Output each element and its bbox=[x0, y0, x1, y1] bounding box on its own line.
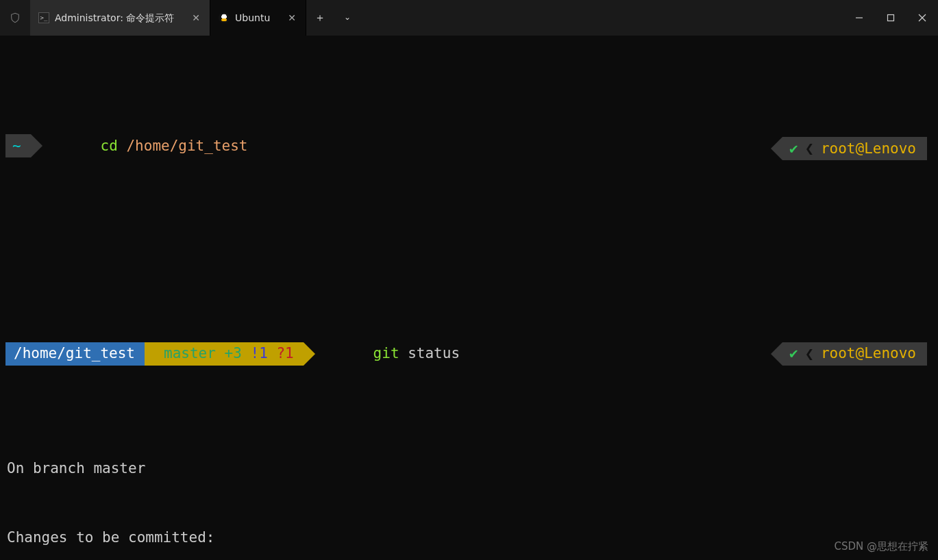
tab-ubuntu[interactable]: Ubuntu ✕ bbox=[210, 0, 306, 36]
svg-rect-1 bbox=[888, 15, 894, 21]
user-host: root@Lenovo bbox=[821, 342, 916, 366]
close-icon[interactable]: ✕ bbox=[192, 10, 200, 25]
cmd-cd-arg: /home/git_test bbox=[126, 138, 247, 154]
rhs-user-badge: ✔ ❮ root@Lenovo bbox=[771, 342, 927, 366]
tab-cmd[interactable]: >_ Administrator: 命令提示符 ✕ bbox=[30, 0, 210, 36]
cmd-git: git bbox=[373, 345, 399, 361]
prompt-path-seg: /home/git_test bbox=[5, 342, 145, 366]
titlebar: >_ Administrator: 命令提示符 ✕ Ubuntu ✕ ＋ ⌄ bbox=[0, 0, 938, 36]
git-stat-add: +3 bbox=[225, 342, 242, 366]
cmd-cd: cd bbox=[101, 138, 118, 154]
status-check-icon: ✔ bbox=[789, 342, 798, 366]
prompt-path: /home/git_test bbox=[14, 342, 135, 366]
user-host: root@Lenovo bbox=[821, 138, 916, 161]
tab-cmd-label: Administrator: 命令提示符 bbox=[55, 10, 174, 25]
prompt-home-seg: ~ bbox=[5, 134, 31, 157]
terminal-body[interactable]: ~ cd /home/git_test ✔ ❮ root@Lenovo /hom… bbox=[0, 36, 938, 560]
window-controls bbox=[843, 0, 938, 36]
tab-ubuntu-label: Ubuntu bbox=[235, 10, 270, 25]
tab-dropdown-button[interactable]: ⌄ bbox=[334, 0, 361, 36]
command-line-1: cd /home/git_test bbox=[31, 112, 248, 181]
cmd-git-sub: status bbox=[408, 345, 460, 361]
watermark: CSDN @思想在拧紧 bbox=[834, 538, 928, 555]
new-tab-button[interactable]: ＋ bbox=[306, 0, 334, 36]
git-stat-untracked: ?1 bbox=[276, 342, 293, 366]
out-on-branch: On branch master bbox=[5, 457, 933, 481]
cmd-icon: >_ bbox=[38, 12, 49, 23]
prompt-home: ~ bbox=[12, 135, 21, 158]
tux-icon bbox=[219, 12, 230, 23]
git-branch: master bbox=[164, 342, 216, 366]
shield-icon bbox=[0, 0, 30, 36]
rhs-user-badge: ✔ ❮ root@Lenovo bbox=[771, 137, 927, 160]
prompt-git-seg: master +3 !1 ?1 bbox=[145, 342, 304, 366]
command-line-2: git status bbox=[304, 319, 460, 388]
out-to-commit: Changes to be committed: bbox=[5, 526, 933, 550]
git-stat-mod: !1 bbox=[250, 342, 267, 366]
status-check-icon: ✔ bbox=[789, 138, 798, 161]
minimize-button[interactable] bbox=[843, 0, 875, 36]
close-window-button[interactable] bbox=[906, 0, 938, 36]
maximize-button[interactable] bbox=[875, 0, 906, 36]
close-icon[interactable]: ✕ bbox=[288, 10, 296, 25]
